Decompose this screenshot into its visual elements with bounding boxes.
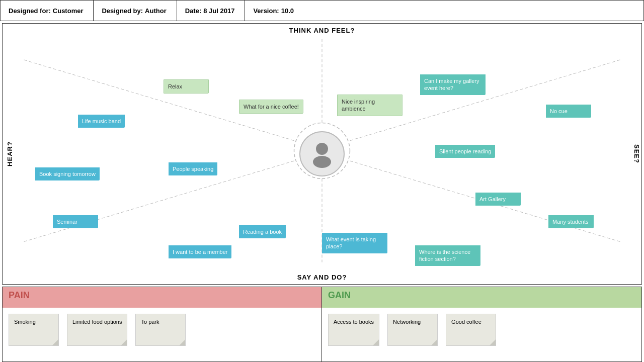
sticky-art_gallery: Art Gallery xyxy=(475,193,521,206)
say-do-label: SAY AND DO? xyxy=(3,274,641,284)
sticky-many_students: Many students xyxy=(548,215,594,228)
sticky-nice_inspiring: Nice inspiring ambience xyxy=(337,95,403,116)
empathy-map: THINK AND FEEL? HEAR? SEE? RelaxWhat for… xyxy=(2,23,642,285)
pain-note: Smoking xyxy=(9,314,59,346)
sticky-relax: Relax xyxy=(164,79,209,94)
sticky-silent_people: Silent people reading xyxy=(435,145,495,158)
pain-note: Limited food options xyxy=(67,314,127,346)
version-cell: Version: 10.0 xyxy=(245,1,643,21)
sticky-where_science: Where is the science fiction section? xyxy=(415,245,480,266)
gain-note: Networking xyxy=(387,314,438,346)
gain-note: Good coffee xyxy=(446,314,496,346)
sticky-can_gallery: Can I make my gallery event here? xyxy=(420,74,486,95)
designed-for-label: Designed for: xyxy=(9,7,51,15)
sticky-what_coffee: What for a nice coffee! xyxy=(239,100,303,114)
sticky-what_event: What event is taking place? xyxy=(322,233,387,253)
version-value: 10.0 xyxy=(281,7,294,15)
gain-section: GAIN Access to booksNetworkingGood coffe… xyxy=(322,287,641,361)
date-value: 8 Jul 2017 xyxy=(203,7,234,15)
gain-notes-row: Access to booksNetworkingGood coffee xyxy=(328,312,635,348)
designed-by-cell: Designed by: Author xyxy=(94,1,177,21)
pain-section: PAIN SmokingLimited food optionsTo park xyxy=(3,287,322,361)
designed-by-value: Author xyxy=(145,7,167,15)
pain-notes-row: SmokingLimited food optionsTo park xyxy=(9,312,315,348)
svg-point-7 xyxy=(316,143,328,155)
pain-gain-section: PAIN SmokingLimited food optionsTo park … xyxy=(2,287,642,362)
think-feel-label: THINK AND FEEL? xyxy=(3,24,641,34)
sticky-life_music: Life music band xyxy=(78,115,125,128)
pain-note: To park xyxy=(135,314,186,346)
avatar xyxy=(299,131,345,176)
map-canvas: RelaxWhat for a nice coffee!Nice inspiri… xyxy=(3,34,641,274)
sticky-book_signing: Book signing tomorrow xyxy=(35,167,100,180)
date-cell: Date: 8 Jul 2017 xyxy=(177,1,246,21)
designed-for-cell: Designed for: Customer xyxy=(1,1,94,21)
sticky-no_cue: No cue xyxy=(546,105,591,118)
designed-for-value: Customer xyxy=(53,7,84,15)
sticky-people_speaking: People speaking xyxy=(169,162,217,175)
sticky-want_member: I want to be a member xyxy=(169,245,231,258)
version-label: Version: xyxy=(253,7,279,15)
sticky-reading_book: Reading a book xyxy=(239,225,286,238)
sticky-seminar: Seminar xyxy=(53,215,98,228)
gain-title: GAIN xyxy=(328,290,635,301)
avatar-icon xyxy=(307,139,337,169)
pain-title: PAIN xyxy=(9,290,315,301)
header: Designed for: Customer Designed by: Auth… xyxy=(0,0,644,21)
pain-header: PAIN xyxy=(3,287,321,308)
date-label: Date: xyxy=(185,7,202,15)
gain-note: Access to books xyxy=(328,314,379,346)
designed-by-label: Designed by: xyxy=(102,7,143,15)
gain-header: GAIN xyxy=(322,287,641,308)
svg-point-8 xyxy=(313,156,331,168)
